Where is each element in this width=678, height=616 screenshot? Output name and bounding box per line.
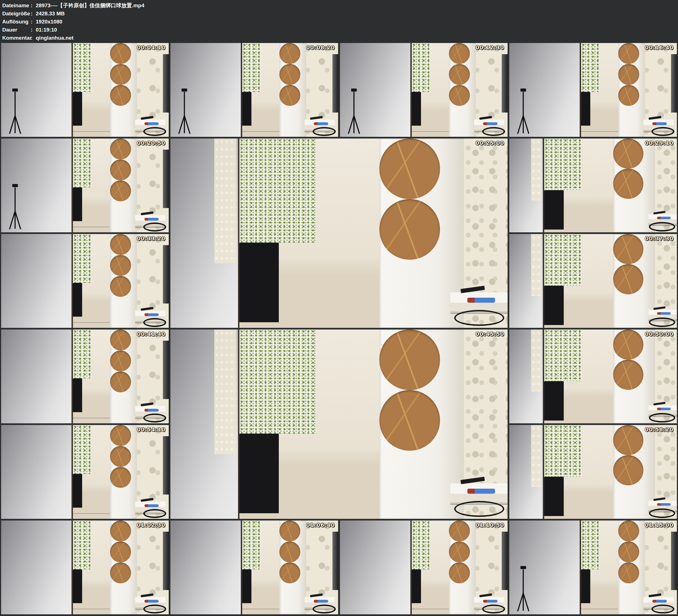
blue-marker <box>314 600 328 603</box>
panel-circle <box>110 255 131 276</box>
tv-screen-edge <box>163 54 169 112</box>
circle-panel <box>110 521 137 614</box>
blue-marker <box>657 217 671 219</box>
field-separator: : <box>31 34 36 42</box>
chair <box>544 477 564 516</box>
black-ring <box>143 223 166 231</box>
blue-marker <box>314 122 328 125</box>
thumbnail-scene <box>509 521 677 614</box>
hallway-doorway <box>410 521 450 614</box>
circle-panel <box>279 521 306 614</box>
wooden-floor <box>544 325 614 328</box>
camera-tripod-icon <box>523 92 524 133</box>
panel-circle <box>110 43 131 64</box>
panel-circle <box>110 64 131 85</box>
video-thumbnail: 00:12:30 <box>340 43 507 137</box>
wall <box>1 521 72 614</box>
tv-screen-edge <box>163 150 169 208</box>
leaf-wallpaper <box>544 425 582 477</box>
timestamp-overlay: 00:45:50 <box>476 332 504 337</box>
panel-circle <box>449 85 470 106</box>
circle-panel <box>449 521 476 614</box>
hallway-doorway <box>241 521 281 614</box>
wooden-floor <box>242 126 281 137</box>
thumbnail-scene <box>509 425 677 519</box>
tv-screen-edge <box>671 54 677 112</box>
blue-marker <box>652 600 667 603</box>
chair <box>544 381 564 421</box>
panel-circle <box>618 541 639 563</box>
panel-circle <box>613 139 643 169</box>
wooden-floor <box>73 508 111 519</box>
file-name-value: 28973----【子衿原创】佳佳捆绑口球放置.mp4 <box>36 1 144 9</box>
file-size-value: 2428.33 MB <box>36 9 65 17</box>
blue-marker <box>144 504 159 507</box>
file-info-row-dateiname: Dateiname:28973----【子衿原创】佳佳捆绑口球放置.mp4 <box>2 1 678 9</box>
hallway-doorway <box>543 330 614 423</box>
timestamp-overlay: 00:41:40 <box>137 332 166 337</box>
chair <box>544 286 564 325</box>
hallway-doorway <box>241 43 281 137</box>
hallway-doorway <box>238 330 381 519</box>
hallway-doorway <box>543 139 614 232</box>
hallway-doorway <box>72 234 111 328</box>
panel-circle <box>279 563 300 583</box>
field-separator: : <box>31 1 36 9</box>
panel-circle <box>279 64 300 85</box>
blue-marker <box>144 409 159 412</box>
chair <box>73 378 82 412</box>
panel-circle <box>279 43 300 64</box>
side-table <box>450 484 507 504</box>
panel-circle <box>613 169 643 199</box>
panel-circle <box>379 199 440 260</box>
chair <box>242 569 252 603</box>
thumbnail-scene <box>509 330 677 423</box>
blue-marker <box>467 489 495 494</box>
panel-circle <box>279 521 300 541</box>
hallway-doorway <box>580 521 619 614</box>
black-ring <box>143 414 166 422</box>
timestamp-overlay: 00:37:30 <box>645 236 674 241</box>
hallway-doorway <box>72 425 111 519</box>
leaf-wallpaper <box>544 234 582 286</box>
resolution-value: 1920x1080 <box>36 17 62 26</box>
black-ring <box>143 509 166 518</box>
hallway-doorway <box>72 43 111 137</box>
panel-circle <box>618 43 639 64</box>
hallway-doorway <box>72 330 111 423</box>
wooden-floor <box>239 322 381 328</box>
chair <box>412 569 421 603</box>
thumbnail-grid: 00:04:10 <box>0 42 678 616</box>
panel-circle <box>379 139 440 199</box>
video-thumbnail: 00:41:40 <box>1 330 169 423</box>
field-separator: : <box>31 17 36 26</box>
circle-panel <box>110 330 137 423</box>
timestamp-overlay: 00:33:20 <box>137 236 166 241</box>
leaf-wallpaper <box>242 43 261 92</box>
thumbnail-scene <box>509 139 677 232</box>
wall <box>171 521 241 614</box>
lace-curtain <box>214 330 236 454</box>
panel-circle <box>618 563 639 583</box>
panel-circle <box>110 330 131 350</box>
camera-tripod-icon <box>14 187 16 229</box>
circle-panel <box>618 43 645 137</box>
field-label: Kommentar <box>2 34 31 42</box>
file-info-header: Dateiname:28973----【子衿原创】佳佳捆绑口球放置.mp4 Da… <box>0 0 678 42</box>
tv-screen-edge <box>163 436 169 494</box>
black-ring <box>454 501 504 517</box>
black-ring <box>649 317 675 327</box>
panel-circle <box>110 180 131 201</box>
chair <box>73 283 82 317</box>
black-ring <box>482 127 505 136</box>
leaf-wallpaper <box>73 330 91 378</box>
thumbnail-scene <box>1 425 169 519</box>
panel-circle <box>110 521 131 541</box>
wooden-floor <box>73 221 111 232</box>
timestamp-overlay: 00:25:00 <box>476 141 504 146</box>
thumbnail-scene <box>1 139 169 232</box>
wooden-floor <box>544 230 614 232</box>
black-ring <box>143 318 166 327</box>
chair <box>412 92 421 126</box>
wooden-floor <box>239 513 381 519</box>
